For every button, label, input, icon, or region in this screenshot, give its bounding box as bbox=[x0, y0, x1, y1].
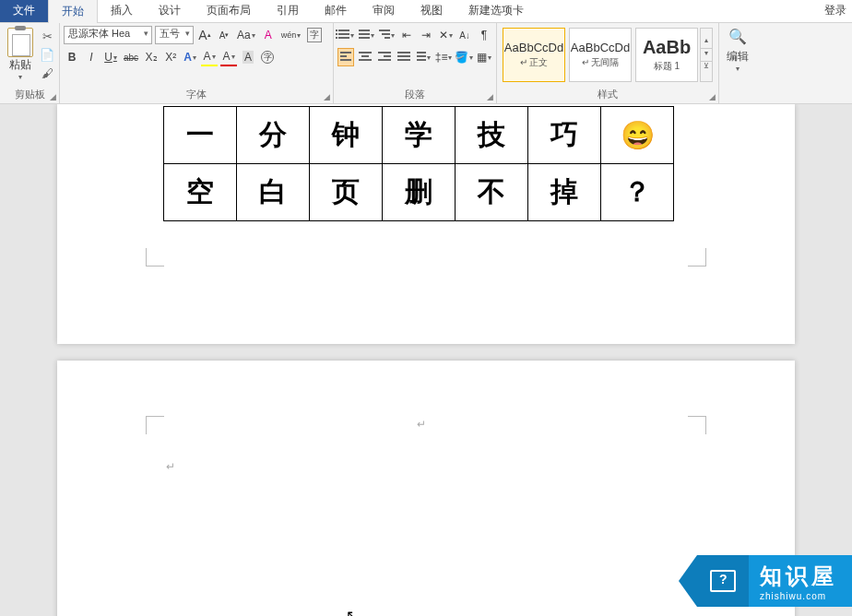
table-cell[interactable]: 删 bbox=[383, 164, 456, 221]
text-effects-button[interactable]: A bbox=[182, 48, 198, 66]
clear-formatting-button[interactable]: A bbox=[260, 26, 277, 44]
styles-scroll-up[interactable]: ▴ bbox=[701, 36, 712, 49]
table-cell[interactable]: 钟 bbox=[310, 107, 383, 164]
tab-layout[interactable]: 页面布局 bbox=[194, 0, 264, 22]
underline-button[interactable]: U bbox=[102, 48, 119, 66]
strikethrough-button[interactable]: abc bbox=[122, 48, 140, 66]
table-cell[interactable]: 一 bbox=[164, 107, 237, 164]
styles-group-label: 样式 bbox=[598, 89, 618, 100]
subscript-button[interactable]: X₂ bbox=[143, 48, 160, 66]
decrease-indent-button[interactable]: ⇤ bbox=[398, 26, 415, 44]
tab-home[interactable]: 开始 bbox=[48, 0, 98, 23]
styles-scroll-down[interactable]: ▾ bbox=[701, 49, 712, 62]
bold-button[interactable]: B bbox=[64, 48, 80, 66]
sort-button[interactable]: A↓ bbox=[456, 26, 473, 44]
format-painter-button[interactable]: 🖌 bbox=[39, 65, 55, 81]
borders-button[interactable]: ▦ bbox=[476, 48, 492, 66]
table-cell[interactable]: 页 bbox=[310, 164, 383, 221]
table-cell[interactable]: 不 bbox=[456, 164, 528, 221]
watermark-title: 知识屋 bbox=[760, 562, 837, 591]
change-case-button[interactable]: Aa bbox=[235, 26, 257, 44]
table-cell[interactable]: 巧 bbox=[528, 107, 601, 164]
paragraph-mark-icon: ↵ bbox=[417, 418, 426, 431]
group-styles: AaBbCcDd ↵ 正文 AaBbCcDd ↵ 无间隔 AaBb 标题 1 ▴… bbox=[497, 23, 719, 103]
copy-button[interactable]: 📄 bbox=[39, 46, 55, 63]
tab-mailings[interactable]: 邮件 bbox=[312, 0, 360, 22]
watermark-badge: 知识屋 zhishiwu.com bbox=[697, 555, 852, 607]
table-cell[interactable]: 空 bbox=[164, 164, 237, 221]
tab-design[interactable]: 设计 bbox=[146, 0, 194, 22]
show-marks-button[interactable]: ¶ bbox=[476, 26, 492, 44]
phonetic-guide-button[interactable]: wén bbox=[279, 26, 303, 44]
watermark-icon bbox=[697, 555, 749, 607]
clipboard-group-label: 剪贴板 bbox=[15, 89, 45, 100]
align-right-button[interactable] bbox=[376, 48, 393, 66]
margin-mark-icon bbox=[146, 416, 164, 434]
table-cell[interactable]: 掉 bbox=[528, 164, 601, 221]
group-clipboard: 粘贴 ▾ ✂ 📄 🖌 剪贴板◢ bbox=[0, 23, 60, 103]
superscript-button[interactable]: X² bbox=[162, 48, 179, 66]
table-row[interactable]: 空 白 页 删 不 掉 ？ bbox=[164, 164, 674, 221]
paragraph-mark-icon: ↵ bbox=[166, 460, 175, 473]
group-font: 思源宋体 Hea 五号 A▴ A▾ Aa A wén 字 B I U abc X… bbox=[60, 23, 334, 103]
justify-button[interactable] bbox=[396, 48, 412, 66]
document-area[interactable]: 一 分 钟 学 技 巧 😄 空 白 页 删 不 掉 ？ ↵ ↵ bbox=[0, 104, 852, 616]
tab-newtab[interactable]: 新建选项卡 bbox=[456, 0, 537, 22]
numbering-button[interactable] bbox=[358, 26, 375, 44]
font-color-button[interactable]: A bbox=[220, 48, 237, 66]
margin-mark-icon bbox=[688, 416, 706, 434]
tab-insert[interactable]: 插入 bbox=[98, 0, 146, 22]
grow-font-button[interactable]: A▴ bbox=[196, 26, 213, 44]
margin-mark-icon bbox=[688, 248, 706, 267]
paste-button[interactable]: 粘贴 ▾ bbox=[4, 26, 37, 83]
style-heading1[interactable]: AaBb 标题 1 bbox=[635, 28, 698, 82]
character-border-button[interactable]: 字 bbox=[305, 26, 324, 44]
table-cell[interactable]: ？ bbox=[601, 164, 674, 221]
styles-expand[interactable]: ⊻ bbox=[701, 62, 712, 75]
tab-file[interactable]: 文件 bbox=[0, 0, 48, 22]
font-size-select[interactable]: 五号 bbox=[155, 26, 194, 44]
styles-dialog-launcher[interactable]: ◢ bbox=[709, 92, 716, 101]
distribute-button[interactable] bbox=[415, 48, 432, 66]
paragraph-group-label: 段落 bbox=[405, 89, 425, 100]
bullets-button[interactable] bbox=[337, 26, 355, 44]
text-direction-button[interactable]: ✕ bbox=[437, 26, 454, 44]
table-cell[interactable]: 学 bbox=[383, 107, 456, 164]
table-cell[interactable]: 白 bbox=[237, 164, 310, 221]
shrink-font-button[interactable]: A▾ bbox=[216, 26, 232, 44]
enclose-characters-button[interactable]: 字 bbox=[259, 48, 276, 66]
paste-label: 粘贴 bbox=[9, 57, 31, 73]
login-link[interactable]: 登录 bbox=[819, 0, 852, 22]
font-name-select[interactable]: 思源宋体 Hea bbox=[64, 26, 152, 44]
table-cell[interactable]: 技 bbox=[456, 107, 528, 164]
font-dialog-launcher[interactable]: ◢ bbox=[324, 92, 330, 101]
tab-view[interactable]: 视图 bbox=[408, 0, 456, 22]
multilevel-list-button[interactable] bbox=[378, 26, 396, 44]
line-spacing-button[interactable]: ‡≡ bbox=[435, 48, 453, 66]
font-group-label: 字体 bbox=[186, 89, 207, 100]
find-button[interactable]: 🔍 bbox=[727, 27, 749, 45]
shading-button[interactable]: 🪣 bbox=[455, 48, 473, 66]
style-nospacing[interactable]: AaBbCcDd ↵ 无间隔 bbox=[569, 28, 632, 82]
align-center-button[interactable] bbox=[357, 48, 373, 66]
character-shading-button[interactable]: A bbox=[240, 48, 256, 66]
cut-button[interactable]: ✂ bbox=[39, 28, 55, 44]
page-1[interactable]: 一 分 钟 学 技 巧 😄 空 白 页 删 不 掉 ？ bbox=[57, 104, 795, 344]
align-left-button[interactable] bbox=[337, 48, 354, 66]
group-paragraph: ⇤ ⇥ ✕ A↓ ¶ ‡≡ 🪣 ▦ 段落◢ bbox=[334, 23, 497, 103]
table-cell[interactable]: 分 bbox=[237, 107, 310, 164]
editing-label: 编辑 bbox=[727, 49, 749, 65]
group-editing: 🔍 编辑 ▾ bbox=[719, 23, 756, 103]
highlight-button[interactable]: A bbox=[201, 48, 218, 66]
paragraph-dialog-launcher[interactable]: ◢ bbox=[487, 92, 493, 101]
paste-icon bbox=[7, 28, 33, 57]
italic-button[interactable]: I bbox=[83, 48, 100, 66]
table-row[interactable]: 一 分 钟 学 技 巧 😄 bbox=[164, 107, 674, 164]
document-table[interactable]: 一 分 钟 学 技 巧 😄 空 白 页 删 不 掉 ？ bbox=[163, 106, 674, 221]
increase-indent-button[interactable]: ⇥ bbox=[418, 26, 434, 44]
table-cell-emoji[interactable]: 😄 bbox=[601, 107, 674, 164]
clipboard-dialog-launcher[interactable]: ◢ bbox=[50, 92, 56, 101]
style-normal[interactable]: AaBbCcDd ↵ 正文 bbox=[503, 28, 565, 82]
tab-references[interactable]: 引用 bbox=[264, 0, 312, 22]
tab-review[interactable]: 审阅 bbox=[360, 0, 408, 22]
